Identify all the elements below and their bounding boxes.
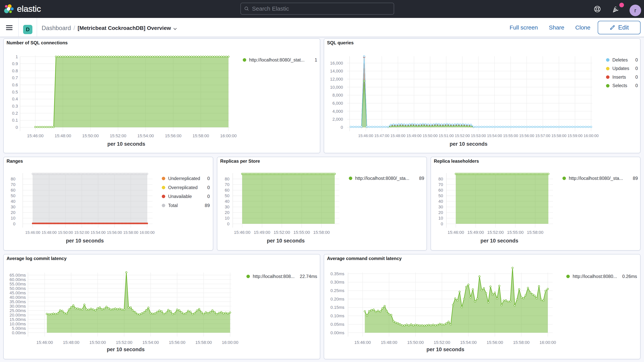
- svg-text:15:52:00: 15:52:00: [274, 230, 290, 235]
- svg-text:50.00ms: 50.00ms: [10, 286, 26, 291]
- svg-text:15:48:00: 15:48:00: [42, 230, 57, 234]
- svg-text:15:46:00: 15:46:00: [25, 230, 40, 234]
- svg-text:70: 70: [438, 182, 443, 187]
- svg-text:15:56:00: 15:56:00: [165, 134, 182, 138]
- svg-text:45.00ms: 45.00ms: [10, 290, 26, 295]
- svg-text:0: 0: [13, 222, 16, 226]
- svg-text:20: 20: [11, 210, 16, 215]
- svg-text:5.00ms: 5.00ms: [12, 326, 26, 331]
- svg-text:15:52:00: 15:52:00: [116, 340, 132, 345]
- svg-text:0.7: 0.7: [12, 75, 18, 80]
- svg-text:14,000: 14,000: [330, 68, 343, 74]
- svg-text:15:56:00: 15:56:00: [487, 340, 503, 345]
- svg-text:per 10 seconds: per 10 seconds: [480, 238, 518, 244]
- svg-text:15:50:00: 15:50:00: [407, 340, 424, 345]
- svg-text:0.4: 0.4: [12, 96, 18, 102]
- svg-text:15:52:00: 15:52:00: [110, 134, 126, 138]
- svg-text:15:48:00: 15:48:00: [63, 340, 80, 345]
- svg-text:30.00ms: 30.00ms: [10, 304, 26, 308]
- svg-text:0.3: 0.3: [12, 104, 18, 108]
- svg-text:15:58:00: 15:58:00: [513, 340, 530, 345]
- svg-text:0.20ms: 0.20ms: [330, 297, 344, 302]
- svg-text:0.30ms: 0.30ms: [330, 280, 344, 284]
- svg-text:15:46:00: 15:46:00: [36, 340, 53, 345]
- svg-text:40: 40: [11, 199, 16, 204]
- svg-text:per 10 seconds: per 10 seconds: [107, 346, 145, 352]
- svg-text:15:48:00: 15:48:00: [54, 134, 71, 138]
- svg-text:15.00ms: 15.00ms: [10, 317, 26, 322]
- svg-text:0.05ms: 0.05ms: [330, 322, 344, 327]
- svg-text:15:54:00: 15:54:00: [487, 134, 502, 138]
- svg-text:15:56:00: 15:56:00: [169, 340, 186, 345]
- svg-text:50: 50: [225, 193, 230, 198]
- svg-text:15:58:00: 15:58:00: [195, 340, 212, 345]
- svg-text:10: 10: [225, 216, 230, 220]
- svg-text:60: 60: [11, 188, 16, 192]
- svg-text:per 10 seconds: per 10 seconds: [66, 238, 104, 244]
- svg-text:15:55:00: 15:55:00: [507, 230, 524, 235]
- svg-text:15:50:00: 15:50:00: [58, 230, 73, 234]
- svg-text:15:46:00: 15:46:00: [358, 134, 373, 138]
- svg-text:15:51:00: 15:51:00: [439, 134, 454, 138]
- svg-text:0.15ms: 0.15ms: [330, 305, 344, 310]
- svg-text:15:58:00: 15:58:00: [192, 134, 209, 138]
- svg-text:0.6: 0.6: [12, 82, 18, 87]
- svg-text:0.9: 0.9: [12, 61, 18, 66]
- svg-text:15:54:00: 15:54:00: [142, 340, 159, 345]
- svg-text:per 10 seconds: per 10 seconds: [426, 346, 464, 352]
- svg-text:16,000: 16,000: [330, 61, 343, 66]
- svg-text:15:50:00: 15:50:00: [423, 134, 438, 138]
- svg-text:0.1: 0.1: [12, 118, 18, 122]
- svg-text:40: 40: [438, 199, 443, 204]
- svg-text:8,000: 8,000: [332, 93, 343, 98]
- svg-text:20.00ms: 20.00ms: [10, 313, 26, 318]
- svg-text:15:58:00: 15:58:00: [313, 230, 330, 235]
- svg-text:15:57:00: 15:57:00: [535, 134, 550, 138]
- svg-text:15:49:00: 15:49:00: [468, 230, 484, 235]
- svg-text:60.00ms: 60.00ms: [10, 277, 26, 282]
- svg-text:per 10 seconds: per 10 seconds: [267, 238, 305, 244]
- svg-text:16:00:00: 16:00:00: [222, 340, 238, 345]
- svg-text:25.00ms: 25.00ms: [10, 308, 26, 313]
- svg-text:15:48:00: 15:48:00: [390, 134, 406, 138]
- svg-text:15:46:00: 15:46:00: [448, 230, 464, 235]
- svg-text:15:46:00: 15:46:00: [27, 134, 44, 138]
- svg-text:15:58:00: 15:58:00: [123, 230, 138, 234]
- svg-text:12,000: 12,000: [330, 77, 343, 82]
- svg-text:15:56:00: 15:56:00: [519, 134, 534, 138]
- svg-text:50: 50: [438, 193, 443, 198]
- svg-text:15:58:00: 15:58:00: [527, 230, 544, 235]
- svg-text:0: 0: [441, 222, 443, 226]
- svg-text:70: 70: [11, 182, 16, 187]
- svg-text:0.00ms: 0.00ms: [12, 330, 26, 335]
- svg-text:50: 50: [11, 193, 16, 198]
- svg-text:30: 30: [225, 204, 230, 209]
- svg-text:80: 80: [438, 176, 443, 182]
- svg-text:15:46:00: 15:46:00: [234, 230, 250, 235]
- svg-text:0.8: 0.8: [12, 68, 18, 73]
- svg-text:15:50:00: 15:50:00: [82, 134, 99, 138]
- svg-text:0.2: 0.2: [12, 111, 18, 116]
- svg-text:per 10 seconds: per 10 seconds: [108, 141, 146, 147]
- svg-text:80: 80: [11, 176, 16, 182]
- svg-text:15:52:00: 15:52:00: [434, 340, 450, 345]
- svg-text:0.35ms: 0.35ms: [330, 272, 344, 276]
- svg-text:0: 0: [227, 222, 230, 226]
- svg-text:16:00:00: 16:00:00: [540, 340, 556, 345]
- svg-text:20: 20: [225, 210, 230, 215]
- svg-text:15:49:00: 15:49:00: [406, 134, 422, 138]
- svg-text:15:48:00: 15:48:00: [381, 340, 398, 345]
- svg-text:15:54:00: 15:54:00: [137, 134, 154, 138]
- svg-text:60: 60: [438, 188, 443, 192]
- svg-text:15:58:00: 15:58:00: [552, 134, 566, 138]
- svg-text:15:52:00: 15:52:00: [455, 134, 470, 138]
- svg-text:6,000: 6,000: [332, 101, 343, 106]
- svg-text:40.00ms: 40.00ms: [10, 295, 26, 300]
- svg-text:15:46:00: 15:46:00: [354, 340, 371, 345]
- svg-text:30: 30: [438, 204, 443, 209]
- svg-text:70: 70: [225, 182, 230, 187]
- svg-text:15:59:00: 15:59:00: [568, 134, 582, 138]
- svg-text:1: 1: [16, 54, 18, 59]
- svg-text:16:00:00: 16:00:00: [220, 134, 237, 138]
- svg-text:10,000: 10,000: [330, 85, 343, 90]
